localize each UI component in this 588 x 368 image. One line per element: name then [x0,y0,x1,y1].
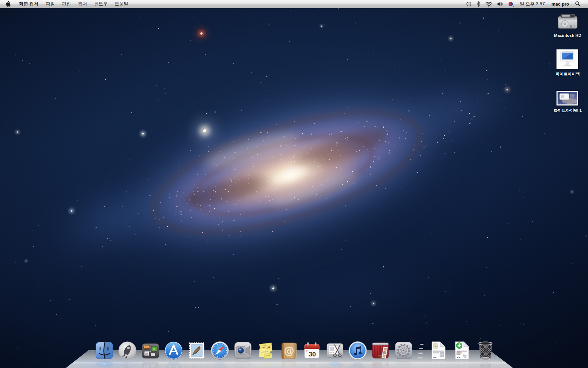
menu-file[interactable]: 파일 [42,0,58,8]
desktop-icon-white-imac-1[interactable] [556,91,578,105]
user-switch-menu[interactable]: mac pro [548,0,573,8]
spotlight-search-icon [575,1,581,7]
dock-document-download[interactable] [454,341,470,360]
vignette [0,0,588,368]
time-machine-icon [466,1,472,7]
dock-mission-control[interactable] [141,341,160,360]
address-book-icon: @ [279,341,299,360]
dock-trash[interactable] [476,340,495,361]
dock-document[interactable] [430,341,447,360]
desktop-label-macintosh-hd[interactable]: Macintosh HD [543,33,588,38]
svg-text:30: 30 [308,350,316,358]
menu-window[interactable]: 윈도우 [91,0,111,8]
photo-booth-icon [371,341,390,360]
desktop-icon-macintosh-hd[interactable] [557,12,578,32]
document-download-icon [454,341,470,360]
finder-icon [94,341,114,360]
mission-control-icon [141,341,160,360]
svg-text:2: 2 [513,4,514,7]
dock-itunes[interactable] [348,341,368,360]
dock-grab[interactable] [325,341,345,360]
facetime-icon [233,341,253,360]
menu-help[interactable]: 도움말 [111,0,132,8]
bluetooth-icon [477,1,481,7]
dock-mail[interactable] [187,341,206,360]
menu-bar: 화면 캡처 파일 편집 캡처 윈도우 도움말 [0,0,588,8]
menu-capture[interactable]: 캡처 [75,0,91,8]
dock-ical[interactable]: 30 30 [302,341,322,360]
finder-running-indicator [102,363,107,365]
dock-safari[interactable] [210,341,230,360]
svg-text:@: @ [284,345,294,357]
grab-icon [325,341,345,360]
dock-launchpad[interactable] [118,341,137,360]
korean-input-menu[interactable]: 2 [505,0,517,8]
desktop-label-white-imac-1[interactable]: 화이트아이맥-1 [543,108,588,113]
screenshot-photo-icon [558,92,577,104]
system-preferences-icon [394,341,413,360]
dock-app-store[interactable] [164,341,183,360]
apple-menu[interactable] [0,0,15,8]
hard-drive-icon [557,12,578,30]
volume-menu[interactable] [495,0,505,8]
desktop-icon-white-imac[interactable] [556,49,578,69]
desktop-screen: 화면 캡처 파일 편집 캡처 윈도우 도움말 [0,0,588,368]
itunes-icon [348,341,368,360]
clock-menu[interactable]: 일 오후 3:57 [517,0,548,8]
document-icon [430,341,447,360]
volume-icon [497,1,503,7]
menu-app-name[interactable]: 화면 캡처 [15,0,42,8]
launchpad-icon [118,341,137,360]
desktop-label-white-imac[interactable]: 화이트아이맥 [543,71,588,77]
spotlight-menu[interactable] [573,0,583,8]
stickies-icon [256,341,276,360]
dock-stickies[interactable] [256,341,276,360]
time-machine-menu[interactable] [463,0,474,8]
ical-icon: 30 [302,341,322,360]
korean-flag-icon: 2 [508,1,514,7]
wifi-menu[interactable] [483,0,495,8]
mail-icon [187,341,206,360]
dock-finder[interactable] [94,341,114,360]
menu-edit[interactable]: 편집 [58,0,75,8]
dock-system-preferences[interactable] [394,341,413,360]
grab-running-indicator [333,363,337,365]
dock-facetime[interactable] [233,341,253,360]
dock-address-book[interactable]: @ @ [279,341,299,360]
dock-photo-booth[interactable] [371,341,390,360]
trash-empty-icon [476,340,495,361]
imac-photo-icon [558,50,577,68]
app-store-icon [164,341,183,360]
wifi-icon [485,1,492,7]
safari-icon [210,341,230,360]
apple-logo-icon [5,1,10,7]
bluetooth-menu[interactable] [474,0,483,8]
